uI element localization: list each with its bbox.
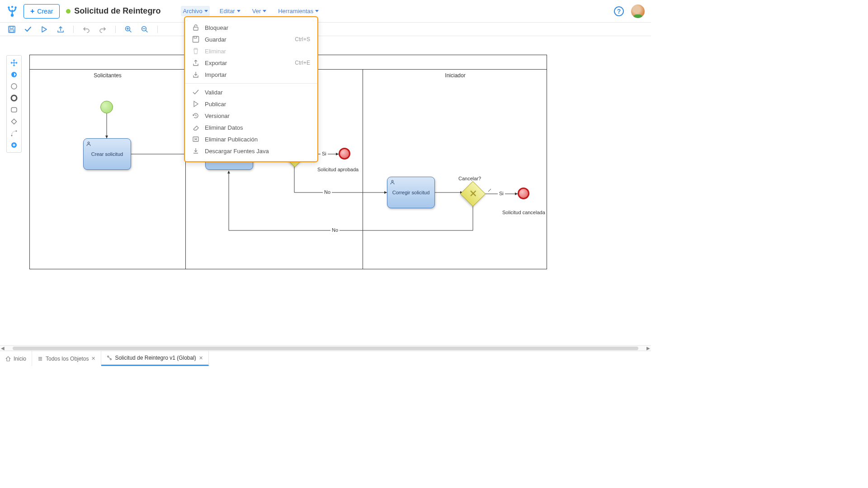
- export-icon: [192, 59, 199, 66]
- tab-home[interactable]: Inicio: [0, 351, 32, 366]
- task-create-request[interactable]: Crear solicitud: [83, 138, 131, 170]
- dd-save-label: Guardar: [205, 36, 226, 43]
- list-icon: [38, 356, 43, 361]
- end-event-approved[interactable]: [339, 148, 350, 160]
- tab-all-objects[interactable]: Todos los Objetos ✕: [32, 351, 101, 366]
- dd-lock[interactable]: Bloquear: [185, 22, 317, 33]
- dd-import[interactable]: Importar: [185, 69, 317, 80]
- lock-open-icon: [192, 24, 199, 31]
- menu-file[interactable]: Archivo: [181, 6, 209, 16]
- scroll-right-icon[interactable]: ▶: [646, 346, 651, 351]
- close-icon[interactable]: ✕: [199, 355, 203, 361]
- task-icon[interactable]: [10, 106, 18, 113]
- dd-delete: Eliminar: [185, 45, 317, 57]
- zoom-in-icon[interactable]: [125, 26, 132, 33]
- menu-edit-label: Editar: [220, 8, 235, 14]
- close-icon[interactable]: ✕: [91, 356, 95, 361]
- export-icon[interactable]: [57, 26, 64, 33]
- chevron-down-icon: [263, 10, 266, 12]
- svg-point-1: [8, 6, 9, 8]
- start-event-filled-icon[interactable]: [10, 71, 18, 78]
- svg-rect-9: [193, 27, 198, 30]
- zoom-out-icon[interactable]: [141, 26, 148, 33]
- dd-export-label: Exportar: [205, 60, 227, 66]
- save-icon[interactable]: [8, 26, 15, 33]
- end2-label: Solicitud cancelada: [502, 210, 545, 215]
- plus-icon: +: [30, 7, 34, 15]
- connector-icon[interactable]: [10, 130, 18, 137]
- dd-delete-data[interactable]: Eliminar Datos: [185, 122, 317, 133]
- avatar[interactable]: [631, 5, 645, 18]
- create-button[interactable]: + Crear: [24, 4, 60, 19]
- chevron-down-icon: [204, 10, 208, 12]
- menu-edit[interactable]: Editar: [218, 6, 242, 16]
- canvas[interactable]: Solicitantes Iniciador: [0, 36, 651, 351]
- end1-label: Solicitud aprobada: [317, 167, 359, 172]
- menu-tools-label: Herramientas: [278, 8, 313, 14]
- menu-view-label: Ver: [252, 8, 261, 14]
- svg-point-2: [11, 6, 13, 8]
- dd-delete-data-label: Eliminar Datos: [205, 124, 243, 131]
- edge-no-1: No: [323, 189, 332, 195]
- separator: [73, 26, 74, 33]
- user-icon: [86, 141, 91, 146]
- svg-rect-17: [11, 119, 16, 124]
- dd-download-java[interactable]: Descargar Fuentes Java: [185, 145, 317, 157]
- scroll-left-icon[interactable]: ◀: [0, 346, 5, 351]
- menu-tools[interactable]: Herramientas: [276, 6, 321, 16]
- dd-save-shortcut: Ctrl+S: [295, 36, 310, 42]
- play-icon[interactable]: [41, 26, 48, 33]
- start-event[interactable]: [100, 101, 113, 113]
- dd-validate[interactable]: Validar: [185, 86, 317, 98]
- dd-delete-label: Eliminar: [205, 48, 226, 55]
- home-icon: [5, 356, 11, 361]
- validate-icon[interactable]: [24, 26, 32, 33]
- move-tool-icon[interactable]: [10, 59, 18, 66]
- redo-icon[interactable]: [99, 26, 106, 33]
- dd-save[interactable]: Guardar Ctrl+S: [185, 33, 317, 45]
- chevron-down-icon: [237, 10, 241, 12]
- dd-publish[interactable]: Publicar: [185, 98, 317, 110]
- svg-rect-6: [10, 30, 14, 32]
- dd-validate-label: Validar: [205, 89, 223, 96]
- svg-point-21: [88, 142, 90, 144]
- play-icon: [192, 100, 199, 108]
- dd-separator: [185, 83, 317, 84]
- app-logo[interactable]: [6, 5, 18, 17]
- tab-current[interactable]: Solicitud de Reintegro v1 (Global) ✕: [101, 351, 208, 366]
- gateway2-label: Cancelar?: [458, 176, 481, 181]
- edge-yes-2: Si: [498, 191, 505, 196]
- eraser-icon: [192, 124, 199, 131]
- scrollbar-thumb[interactable]: [13, 347, 638, 350]
- help-icon[interactable]: ?: [614, 6, 624, 16]
- save-icon: [192, 36, 199, 43]
- lane-3-label: Iniciador: [363, 70, 547, 81]
- add-icon[interactable]: [10, 141, 18, 149]
- check-icon: [192, 89, 199, 96]
- download-icon: [192, 147, 199, 155]
- workflow-icon: [107, 355, 112, 361]
- horizontal-scrollbar[interactable]: ◀ ▶: [0, 345, 651, 351]
- dd-unpublish[interactable]: Eliminar Publicación: [185, 133, 317, 145]
- dd-version[interactable]: Versionar: [185, 110, 317, 122]
- chevron-down-icon: [315, 10, 319, 12]
- end-event-cancelled[interactable]: [518, 188, 529, 199]
- task-correct-request[interactable]: Corregir solicitud: [387, 177, 435, 208]
- lane-3[interactable]: Iniciador: [363, 70, 547, 269]
- svg-point-14: [11, 84, 17, 89]
- dd-export[interactable]: Exportar Ctrl+E: [185, 57, 317, 69]
- gateway-icon[interactable]: [10, 118, 18, 125]
- task-correct-label: Corregir solicitud: [392, 190, 430, 195]
- dd-publish-label: Publicar: [205, 101, 226, 108]
- start-event-icon[interactable]: [10, 83, 18, 90]
- user-icon: [390, 179, 395, 185]
- lane-1-label: Solicitantes: [30, 70, 185, 81]
- separator: [157, 26, 158, 33]
- undo-icon[interactable]: [83, 26, 90, 33]
- edge-yes-1: Si: [321, 151, 328, 156]
- menu-view[interactable]: Ver: [250, 6, 269, 16]
- tab-all-objects-label: Todos los Objetos: [46, 356, 89, 362]
- end-event-icon[interactable]: [10, 94, 18, 102]
- svg-rect-11: [194, 37, 197, 38]
- page-title: Solicitud de Reintegro: [74, 6, 160, 16]
